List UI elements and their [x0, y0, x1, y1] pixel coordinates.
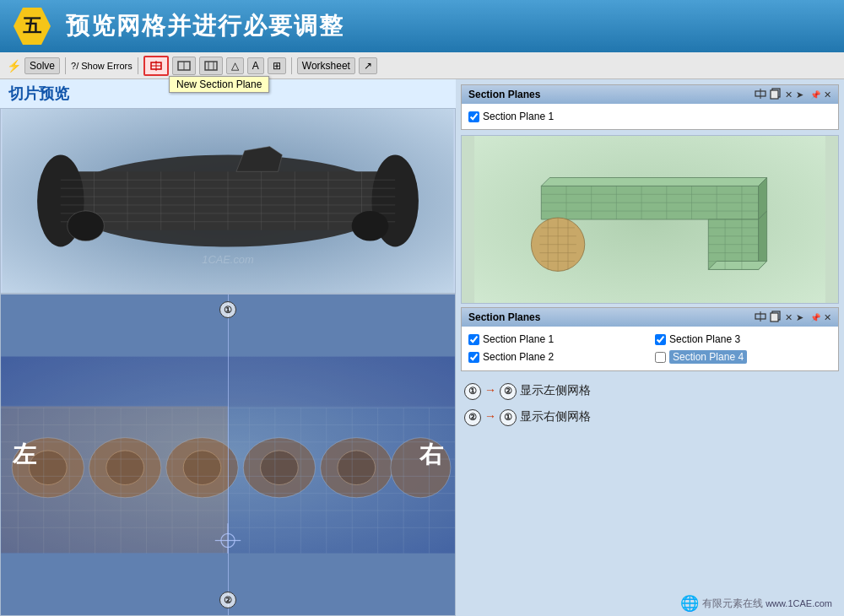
info-text-area: ① → ② 显示左侧网格 ② → ① 显示右侧网格	[461, 375, 839, 432]
info-circle-1: ①	[464, 383, 481, 400]
copy-icon	[770, 88, 782, 100]
panel-close-btn-top[interactable]: ✕	[824, 89, 831, 100]
dark-mesh-svg: 1CAE.com	[1, 109, 455, 293]
section-planes-panel-top: Section Planes ✕	[461, 84, 839, 130]
overlay-right-label: 右	[419, 439, 443, 471]
section-plane-icon	[149, 59, 163, 73]
info-arrow-2: →	[484, 409, 496, 423]
logo-text: 有限元素在线	[702, 597, 763, 611]
section-plane-1-row: Section Plane 1	[468, 333, 645, 345]
section-plane-3-checkbox[interactable]	[655, 334, 666, 345]
bottom-section-view: ① ② 左 右	[0, 294, 456, 616]
svg-point-30	[352, 211, 389, 241]
panel-move-btn-bottom[interactable]: ➤	[796, 312, 803, 323]
panel-title-bar-bottom: Section Planes	[462, 308, 838, 327]
panel-actions-top: ✕ ➤ 📌 ✕	[755, 88, 831, 101]
panel-pin-btn-top[interactable]: 📌	[810, 90, 820, 100]
section-plane-1-checkbox-top[interactable]	[468, 111, 479, 122]
svg-rect-117	[771, 313, 778, 322]
panel-delete-btn-bottom[interactable]: ✕	[785, 312, 793, 323]
section-plane-2-checkbox[interactable]	[468, 352, 479, 363]
info-circle-3: ②	[464, 409, 481, 426]
section-plane-4-label: Section Plane 4	[669, 350, 747, 364]
panel-pin-btn-bottom[interactable]: 📌	[810, 313, 820, 322]
solve-button[interactable]: Solve	[24, 57, 60, 74]
panel-copy-btn-top[interactable]	[770, 88, 782, 101]
panel-title-top-label: Section Planes	[468, 89, 540, 100]
worksheet-button[interactable]: Worksheet	[297, 57, 355, 74]
section-badge: 五	[14, 8, 51, 45]
section-plane-3-label: Section Plane 3	[669, 333, 740, 345]
page-header: 五 预览网格并进行必要调整	[0, 0, 844, 52]
section-plane-2-row: Section Plane 2	[468, 350, 645, 364]
section-plane-2-label: Section Plane 2	[483, 351, 554, 363]
info-arrow-1: →	[484, 383, 496, 397]
panel-add-btn-bottom[interactable]	[755, 311, 766, 324]
svg-rect-5	[205, 62, 217, 70]
logo-icon: 🌐	[680, 594, 699, 613]
toolbar-btn-5[interactable]: A	[247, 57, 264, 74]
show-errors-label: ?/ Show Errors	[71, 61, 133, 71]
panel-copy-btn-bottom[interactable]	[770, 311, 782, 324]
panel-move-btn-top[interactable]: ➤	[796, 89, 803, 100]
section-plane-1-label-top: Section Plane 1	[483, 111, 554, 122]
info-line-2: ② → ① 显示右侧网格	[464, 406, 836, 427]
top-3d-view: 1CAE.com	[0, 108, 456, 294]
panel-close-btn-bottom[interactable]: ✕	[824, 312, 831, 323]
copy-icon-2	[770, 311, 782, 322]
page-title: 预览网格并进行必要调整	[66, 10, 344, 42]
svg-rect-79	[771, 90, 778, 99]
add-plane-icon	[755, 88, 766, 100]
toolbar-btn-4[interactable]: △	[226, 57, 244, 74]
slice-preview-label: 切片预览	[8, 84, 69, 104]
panel-actions-bottom: ✕ ➤ 📌 ✕	[755, 311, 831, 324]
panel-title-bar-top: Section Planes ✕	[462, 85, 838, 104]
svg-marker-86	[708, 262, 766, 270]
section-plane-1-row-top: Section Plane 1	[468, 111, 831, 122]
section-num-bottom: ②	[219, 592, 236, 608]
svg-marker-85	[759, 211, 767, 269]
toolbar-separator-1	[65, 57, 66, 74]
bottom-right-area: Section Planes	[456, 307, 844, 616]
cursor-button[interactable]: ↗	[359, 57, 377, 74]
svg-marker-83	[541, 178, 766, 186]
new-section-plane-button[interactable]	[143, 56, 169, 76]
info-text-1: 显示左侧网格	[520, 383, 591, 397]
add-plane-icon-2	[755, 311, 766, 322]
info-line-1: ① → ② 显示左侧网格	[464, 380, 836, 401]
new-section-plane-tooltip: New Section Plane	[169, 76, 269, 93]
toolbar-separator-3	[291, 57, 292, 74]
solve-icon: ⚡	[7, 59, 21, 73]
toolbar-btn-6[interactable]: ⊞	[268, 57, 286, 74]
section-plane-3-row: Section Plane 3	[655, 333, 831, 345]
section-planes-panel-bottom: Section Planes	[461, 307, 839, 371]
panel-body-top: Section Plane 1	[462, 104, 838, 129]
panel-delete-btn-top[interactable]: ✕	[785, 89, 793, 100]
left-column: 切片预览	[0, 79, 456, 616]
toolbar-icon-2	[177, 59, 191, 73]
vertical-divider-line	[228, 294, 229, 615]
green-mesh-svg	[462, 136, 838, 303]
info-text-2: 显示右侧网格	[520, 409, 591, 423]
logo-area: 🌐 有限元素在线 www.1CAE.com	[461, 591, 839, 616]
svg-rect-71	[1, 406, 228, 554]
toolbar-icon-3	[204, 59, 218, 73]
toolbar-btn-2[interactable]	[172, 57, 196, 75]
info-circle-2: ②	[500, 383, 517, 400]
section-plane-4-row: Section Plane 4	[655, 350, 831, 364]
content-area: 切片预览	[0, 79, 844, 616]
section-plane-4-checkbox[interactable]	[655, 352, 666, 363]
top-right-3d-view	[461, 135, 839, 304]
svg-text:1CAE.com: 1CAE.com	[202, 253, 254, 266]
right-column: Section Planes ✕	[456, 79, 844, 616]
toolbar: ⚡ Solve ?/ Show Errors △ A ⊞ Worksheet ↗…	[0, 52, 844, 79]
section-num-top: ①	[219, 301, 236, 318]
panel-body-bottom: Section Plane 1 Section Plane 3 Section …	[462, 327, 838, 370]
overlay-left-label: 左	[13, 439, 36, 471]
info-circle-4: ①	[500, 409, 517, 426]
toolbar-btn-3[interactable]	[199, 57, 223, 75]
section-plane-1-checkbox[interactable]	[468, 334, 479, 345]
toolbar-separator-2	[138, 57, 138, 74]
panel-add-btn-top[interactable]	[755, 88, 766, 101]
logo-url: www.1CAE.com	[766, 598, 832, 608]
